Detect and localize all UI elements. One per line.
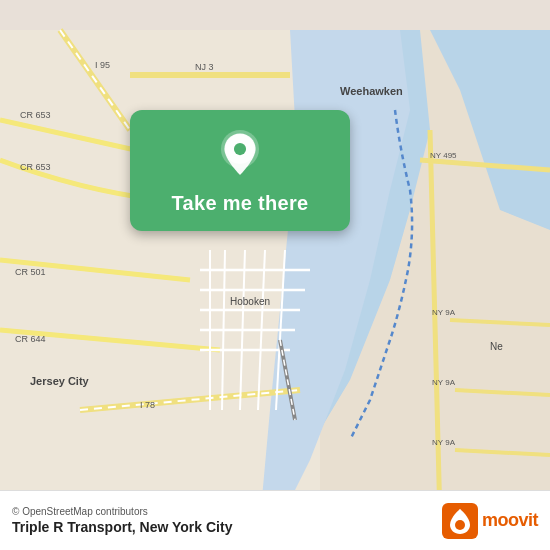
- moovit-brand-name: moovit: [482, 510, 538, 531]
- moovit-brand-icon: [442, 503, 478, 539]
- svg-text:CR 653: CR 653: [20, 162, 51, 172]
- svg-text:NY 495: NY 495: [430, 151, 457, 160]
- location-pin-icon: [214, 130, 266, 182]
- svg-text:NY 9A: NY 9A: [432, 308, 456, 317]
- svg-point-51: [455, 520, 465, 530]
- location-card: Take me there: [130, 110, 350, 231]
- svg-point-49: [234, 143, 246, 155]
- svg-text:NJ 3: NJ 3: [195, 62, 214, 72]
- svg-text:Hoboken: Hoboken: [230, 296, 270, 307]
- map-background: I 95 NJ 3 CR 653 CR 653 CR 501 CR 644 I …: [0, 0, 550, 550]
- map-container: I 95 NJ 3 CR 653 CR 653 CR 501 CR 644 I …: [0, 0, 550, 550]
- svg-text:CR 653: CR 653: [20, 110, 51, 120]
- svg-text:Ne: Ne: [490, 341, 503, 352]
- bottom-bar: © OpenStreetMap contributors Triple R Tr…: [0, 490, 550, 550]
- svg-text:I 95: I 95: [95, 60, 110, 70]
- svg-text:I 78: I 78: [140, 400, 155, 410]
- bottom-left-info: © OpenStreetMap contributors Triple R Tr…: [12, 506, 232, 535]
- moovit-logo[interactable]: moovit: [442, 503, 538, 539]
- svg-text:NY 9A: NY 9A: [432, 438, 456, 447]
- svg-text:CR 644: CR 644: [15, 334, 46, 344]
- osm-attribution: © OpenStreetMap contributors: [12, 506, 232, 517]
- svg-text:NY 9A: NY 9A: [432, 378, 456, 387]
- svg-text:Weehawken: Weehawken: [340, 85, 403, 97]
- svg-text:Jersey City: Jersey City: [30, 375, 90, 387]
- take-me-there-button[interactable]: Take me there: [172, 192, 309, 215]
- location-title: Triple R Transport, New York City: [12, 519, 232, 535]
- svg-text:CR 501: CR 501: [15, 267, 46, 277]
